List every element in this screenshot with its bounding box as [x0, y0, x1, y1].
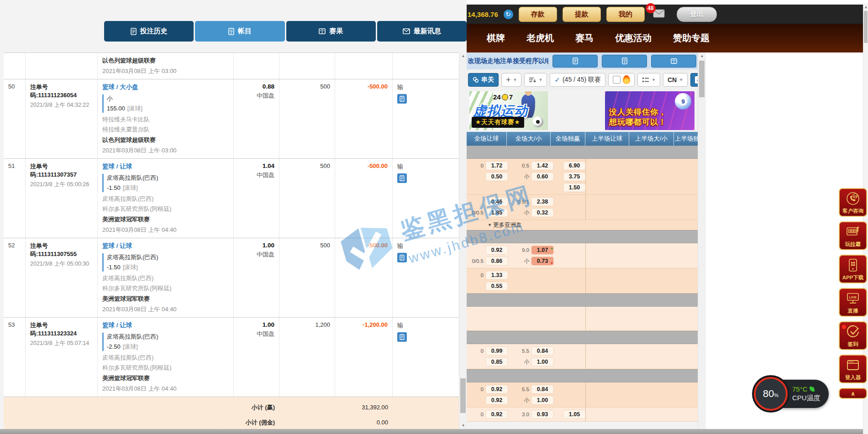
scroll-down-arrow[interactable]: ▼ [459, 422, 467, 429]
more-asian-handicap-link[interactable]: ▼更多亚洲盘 [467, 220, 698, 230]
app-download-button[interactable]: APP下载 [839, 255, 867, 283]
odds-cell[interactable]: 0.84 [531, 347, 553, 355]
nav-item-sponsorship[interactable]: 赞助专题 [673, 32, 710, 44]
odds-cell[interactable]: 0.86 [486, 257, 508, 265]
banner-line1: 没人关得住你， [609, 107, 667, 117]
odds-cell[interactable]: 1.72 [486, 162, 508, 170]
odds-cell[interactable]: 6.90 [563, 162, 585, 170]
odds-cell[interactable]: 0.92 [486, 410, 508, 418]
odds-cell[interactable]: 1.07▲ [531, 246, 553, 254]
market-link[interactable]: 篮球 / 大小盘 [102, 84, 138, 90]
my-account-button[interactable]: 我的 [606, 7, 645, 22]
odds-cell[interactable]: 0.92 [486, 385, 508, 393]
odds-cell[interactable]: 2.38 [531, 198, 553, 206]
hot-filter-button[interactable] [608, 73, 635, 87]
col-full-moneyline[interactable]: 全场独赢 [551, 132, 585, 146]
launcher-button[interactable]: 登入器 [839, 355, 867, 383]
odds-cell[interactable]: 0.73▼ [531, 257, 553, 265]
nav-item-horse-racing[interactable]: 赛马 [575, 32, 594, 44]
market-link[interactable]: 篮球 / 让球 [102, 242, 132, 249]
logout-button[interactable]: 登出 [677, 7, 717, 22]
scrollbar-thumb[interactable] [864, 11, 868, 43]
col-full-handicap[interactable]: 全场让球 [467, 132, 507, 146]
col-half-over-under[interactable]: 上半场大/小 [629, 132, 674, 146]
odds-cell[interactable]: 0.85 [486, 358, 508, 366]
clock-icon [502, 94, 508, 100]
nav-item-slots[interactable]: 老虎机 [526, 32, 554, 44]
left-panel-scrollbar[interactable]: ▲ ▼ [459, 52, 467, 429]
add-market-button[interactable]: + ▼ [501, 73, 521, 87]
col-half-handicap[interactable]: 上半场让球 [585, 132, 629, 146]
table-row: 51 注单号码:111311307357 2021/3/8 上午 05:00:2… [4, 159, 459, 238]
odds-cell[interactable]: 1.85 [486, 209, 508, 217]
live-stream-button[interactable]: LIVE 直播 [839, 288, 867, 317]
odds-line-label: 3.0 [522, 412, 529, 417]
tab-latest-news[interactable]: 最新讯息 [377, 21, 467, 42]
match-date: 2021年03月08日 上午 04:40 [102, 226, 229, 234]
play-anywhere-banner[interactable]: 9 没人关得住你， 想玩哪都可以！ [605, 91, 694, 130]
bet-detail-icon[interactable] [397, 94, 407, 104]
league-name: 以色列篮球超级联赛 [102, 136, 229, 144]
tab-label: 最新讯息 [414, 27, 441, 36]
quick-bet-toggle[interactable]: ✓ 快速投注 [690, 73, 698, 87]
odds-block-right-area [585, 307, 698, 330]
col-full-over-under[interactable]: 全场大/小 [507, 132, 551, 146]
scroll-up-arrow[interactable]: ▲ [698, 52, 706, 59]
table-row: 52 注单号码:111311307555 2021/3/8 上午 05:00:3… [4, 238, 459, 318]
odds-cell[interactable]: 0.99 [486, 347, 508, 355]
odds-line-label: 0 [481, 412, 484, 417]
view-mode-button[interactable]: ▼ [637, 73, 660, 87]
bet-detail-icon[interactable] [397, 332, 407, 342]
betslip-view-button[interactable] [552, 55, 598, 68]
statement-view-button[interactable] [602, 55, 647, 68]
slots-button[interactable]: 777 玩拉霸 [839, 221, 867, 250]
collapse-menu-button[interactable]: ∧ [839, 388, 867, 399]
odds-cell[interactable]: 0.32 [531, 209, 553, 217]
odds-cell[interactable]: 1.33 [486, 271, 508, 279]
odds-cell[interactable]: 1.00 [531, 358, 553, 366]
odds-cell[interactable]: 0.60 [531, 173, 553, 181]
odds-cell[interactable]: 1.42 [531, 162, 553, 170]
market-link[interactable]: 篮球 / 让球 [102, 163, 132, 170]
league-filter-button[interactable]: ✓ (45 / 45) 联赛 [550, 73, 605, 87]
receipt-icon [400, 96, 405, 102]
odds-cell[interactable]: 0.92 [486, 396, 508, 404]
scroll-up-arrow[interactable]: ▲ [459, 52, 467, 59]
tab-bet-history[interactable]: 投注历史 [104, 21, 194, 42]
betting-panel-scrollbar[interactable]: ▲ [698, 52, 706, 429]
chevron-up-icon: ∧ [851, 390, 856, 397]
tab-results[interactable]: 赛果 [286, 21, 376, 42]
odds-cell[interactable]: 1.00 [531, 396, 553, 404]
bet-detail-icon[interactable] [397, 253, 407, 262]
odds-cell[interactable]: 3.75 [563, 173, 585, 181]
col-half-moneyline[interactable]: 上半场独赢 [674, 132, 698, 146]
virtual-sports-banner[interactable]: 247 虚拟运动 ★天天有球赛★ [469, 91, 548, 130]
odds-cell[interactable]: 0.55 [486, 282, 508, 290]
nav-item-promotions[interactable]: 优惠活动 [615, 32, 652, 44]
language-selector[interactable]: CN ▼ [663, 73, 688, 87]
refresh-balance-icon[interactable]: ↻ [504, 10, 513, 19]
messages-button[interactable]: 48 [653, 9, 665, 20]
odds-cell[interactable]: 0.93 [531, 410, 553, 418]
hot-checkbox[interactable] [613, 76, 621, 84]
scrollbar-thumb[interactable] [699, 61, 705, 97]
odds-cell[interactable]: 1.05 [563, 410, 585, 418]
scrollbar-thumb[interactable] [460, 378, 466, 413]
sort-button[interactable]: ▼ [524, 73, 547, 87]
odds-cell[interactable]: 0.92 [486, 246, 508, 254]
odds-cell[interactable]: 0.84 [531, 385, 553, 393]
check-in-button[interactable]: 签到 [839, 321, 867, 350]
bet-detail-icon[interactable] [397, 173, 407, 183]
results-view-button[interactable] [651, 55, 696, 68]
parlay-button[interactable]: 串关 [468, 73, 499, 87]
deposit-button[interactable]: 存款 [519, 7, 557, 22]
customer-service-button[interactable]: 24 客户咨询 [839, 188, 867, 217]
tab-account[interactable]: 帐目 [195, 21, 284, 42]
odds-cell[interactable]: 0.46 [486, 198, 508, 206]
market-link[interactable]: 篮球 / 让球 [102, 322, 132, 329]
nav-item-board-games[interactable]: 棋牌 [487, 32, 505, 44]
scroll-up-arrow[interactable]: ▲ [863, 4, 868, 10]
odds-cell[interactable]: 1.50 [563, 183, 585, 192]
withdraw-button[interactable]: 提款 [563, 7, 601, 22]
odds-cell[interactable]: 0.50 [486, 173, 508, 181]
